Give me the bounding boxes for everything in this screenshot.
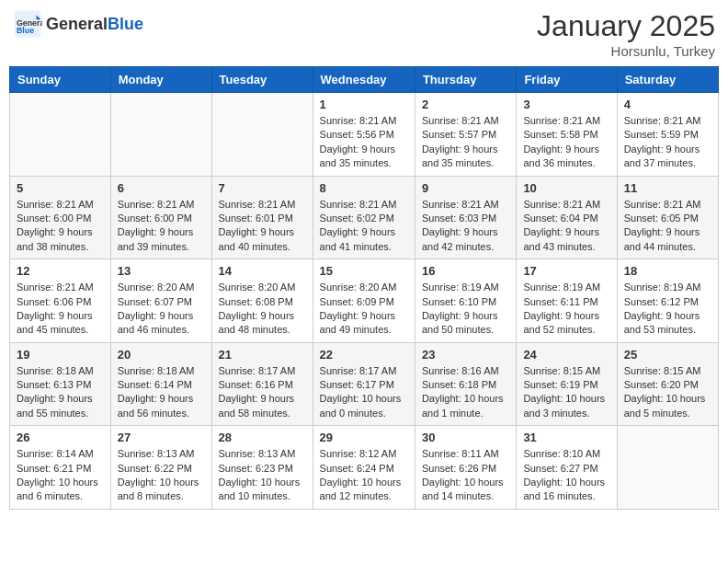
calendar-table: SundayMondayTuesdayWednesdayThursdayFrid… [9, 66, 719, 510]
day-number: 9 [422, 181, 509, 195]
day-number: 18 [624, 264, 711, 278]
day-info: Sunrise: 8:21 AM Sunset: 6:00 PM Dayligh… [118, 198, 205, 255]
day-info: Sunrise: 8:13 AM Sunset: 6:23 PM Dayligh… [219, 447, 306, 504]
day-info: Sunrise: 8:15 AM Sunset: 6:20 PM Dayligh… [624, 364, 711, 421]
day-info: Sunrise: 8:21 AM Sunset: 6:03 PM Dayligh… [422, 198, 509, 255]
calendar-day-16: 16Sunrise: 8:19 AM Sunset: 6:10 PM Dayli… [415, 259, 516, 343]
day-info: Sunrise: 8:10 AM Sunset: 6:27 PM Dayligh… [523, 447, 609, 504]
empty-cell [110, 93, 211, 177]
calendar-day-3: 3Sunrise: 8:21 AM Sunset: 5:58 PM Daylig… [517, 93, 617, 177]
calendar-day-26: 26Sunrise: 8:14 AM Sunset: 6:21 PM Dayli… [10, 426, 111, 510]
weekday-header-thursday: Thursday [415, 67, 516, 93]
calendar-day-11: 11Sunrise: 8:21 AM Sunset: 6:05 PM Dayli… [617, 176, 718, 259]
day-number: 22 [320, 348, 408, 362]
weekday-header-wednesday: Wednesday [313, 67, 415, 93]
day-number: 1 [320, 98, 408, 111]
day-info: Sunrise: 8:21 AM Sunset: 6:05 PM Dayligh… [624, 198, 711, 255]
day-number: 31 [523, 431, 609, 444]
calendar-day-20: 20Sunrise: 8:18 AM Sunset: 6:14 PM Dayli… [110, 342, 211, 426]
day-info: Sunrise: 8:21 AM Sunset: 5:56 PM Dayligh… [320, 114, 408, 171]
logo-blue-text: Blue [108, 15, 143, 33]
calendar-day-31: 31Sunrise: 8:10 AM Sunset: 6:27 PM Dayli… [517, 426, 617, 510]
logo: General Blue GeneralBlue [13, 9, 143, 39]
calendar-day-8: 8Sunrise: 8:21 AM Sunset: 6:02 PM Daylig… [313, 176, 415, 259]
empty-cell [617, 426, 718, 510]
location: Horsunlu, Turkey [537, 43, 715, 59]
page-header: General Blue GeneralBlue January 2025 Ho… [9, 9, 719, 59]
logo-general-text: General [46, 15, 108, 33]
day-info: Sunrise: 8:21 AM Sunset: 5:57 PM Dayligh… [422, 114, 509, 171]
weekday-header-saturday: Saturday [617, 67, 718, 93]
day-number: 29 [320, 431, 408, 444]
day-number: 5 [17, 181, 104, 195]
calendar-day-29: 29Sunrise: 8:12 AM Sunset: 6:24 PM Dayli… [313, 426, 415, 510]
day-number: 8 [320, 181, 408, 195]
day-number: 11 [624, 181, 711, 195]
day-number: 23 [422, 348, 509, 362]
calendar-day-13: 13Sunrise: 8:20 AM Sunset: 6:07 PM Dayli… [110, 259, 211, 343]
day-info: Sunrise: 8:21 AM Sunset: 5:59 PM Dayligh… [624, 114, 711, 171]
calendar-day-19: 19Sunrise: 8:18 AM Sunset: 6:13 PM Dayli… [10, 342, 111, 426]
day-number: 28 [219, 431, 306, 444]
day-info: Sunrise: 8:18 AM Sunset: 6:14 PM Dayligh… [118, 364, 205, 421]
weekday-header-tuesday: Tuesday [211, 67, 313, 93]
weekday-header-friday: Friday [517, 67, 617, 93]
calendar-day-7: 7Sunrise: 8:21 AM Sunset: 6:01 PM Daylig… [211, 176, 313, 259]
day-info: Sunrise: 8:16 AM Sunset: 6:18 PM Dayligh… [422, 364, 509, 421]
svg-text:Blue: Blue [17, 26, 34, 35]
day-info: Sunrise: 8:20 AM Sunset: 6:09 PM Dayligh… [320, 281, 408, 338]
calendar-day-21: 21Sunrise: 8:17 AM Sunset: 6:16 PM Dayli… [211, 342, 313, 426]
empty-cell [10, 93, 111, 177]
day-info: Sunrise: 8:18 AM Sunset: 6:13 PM Dayligh… [17, 364, 104, 421]
calendar-day-22: 22Sunrise: 8:17 AM Sunset: 6:17 PM Dayli… [313, 342, 415, 426]
day-number: 17 [523, 264, 609, 278]
day-number: 4 [624, 98, 711, 111]
day-number: 25 [624, 348, 711, 362]
day-info: Sunrise: 8:21 AM Sunset: 6:01 PM Dayligh… [219, 198, 306, 255]
calendar-day-24: 24Sunrise: 8:15 AM Sunset: 6:19 PM Dayli… [517, 342, 617, 426]
calendar-day-6: 6Sunrise: 8:21 AM Sunset: 6:00 PM Daylig… [110, 176, 211, 259]
calendar-day-1: 1Sunrise: 8:21 AM Sunset: 5:56 PM Daylig… [313, 93, 415, 177]
day-number: 7 [219, 181, 306, 195]
calendar-week-2: 5Sunrise: 8:21 AM Sunset: 6:00 PM Daylig… [10, 176, 719, 259]
day-info: Sunrise: 8:21 AM Sunset: 6:04 PM Dayligh… [523, 198, 609, 255]
day-number: 21 [219, 348, 306, 362]
calendar-day-15: 15Sunrise: 8:20 AM Sunset: 6:09 PM Dayli… [313, 259, 415, 343]
day-info: Sunrise: 8:17 AM Sunset: 6:17 PM Dayligh… [320, 364, 408, 421]
day-info: Sunrise: 8:20 AM Sunset: 6:07 PM Dayligh… [118, 281, 205, 338]
weekday-header-sunday: Sunday [10, 67, 111, 93]
calendar-week-1: 1Sunrise: 8:21 AM Sunset: 5:56 PM Daylig… [10, 93, 719, 177]
day-info: Sunrise: 8:12 AM Sunset: 6:24 PM Dayligh… [320, 447, 408, 504]
calendar-day-12: 12Sunrise: 8:21 AM Sunset: 6:06 PM Dayli… [10, 259, 111, 343]
calendar-week-5: 26Sunrise: 8:14 AM Sunset: 6:21 PM Dayli… [10, 426, 719, 510]
day-number: 30 [422, 431, 509, 444]
calendar-day-2: 2Sunrise: 8:21 AM Sunset: 5:57 PM Daylig… [415, 93, 516, 177]
day-number: 26 [17, 431, 104, 444]
day-info: Sunrise: 8:19 AM Sunset: 6:11 PM Dayligh… [523, 281, 609, 338]
day-number: 16 [422, 264, 509, 278]
calendar-day-10: 10Sunrise: 8:21 AM Sunset: 6:04 PM Dayli… [517, 176, 617, 259]
day-info: Sunrise: 8:21 AM Sunset: 5:58 PM Dayligh… [523, 114, 609, 171]
day-info: Sunrise: 8:19 AM Sunset: 6:10 PM Dayligh… [422, 281, 509, 338]
calendar-week-3: 12Sunrise: 8:21 AM Sunset: 6:06 PM Dayli… [10, 259, 719, 343]
day-number: 2 [422, 98, 509, 111]
day-info: Sunrise: 8:20 AM Sunset: 6:08 PM Dayligh… [219, 281, 306, 338]
day-number: 15 [320, 264, 408, 278]
day-info: Sunrise: 8:13 AM Sunset: 6:22 PM Dayligh… [118, 447, 205, 504]
title-block: January 2025 Horsunlu, Turkey [537, 9, 715, 59]
calendar-day-23: 23Sunrise: 8:16 AM Sunset: 6:18 PM Dayli… [415, 342, 516, 426]
day-info: Sunrise: 8:17 AM Sunset: 6:16 PM Dayligh… [219, 364, 306, 421]
day-number: 24 [523, 348, 609, 362]
empty-cell [211, 93, 313, 177]
day-info: Sunrise: 8:11 AM Sunset: 6:26 PM Dayligh… [422, 447, 509, 504]
day-info: Sunrise: 8:21 AM Sunset: 6:00 PM Dayligh… [17, 198, 104, 255]
day-info: Sunrise: 8:21 AM Sunset: 6:06 PM Dayligh… [17, 281, 104, 338]
calendar-day-30: 30Sunrise: 8:11 AM Sunset: 6:26 PM Dayli… [415, 426, 516, 510]
calendar-day-28: 28Sunrise: 8:13 AM Sunset: 6:23 PM Dayli… [211, 426, 313, 510]
day-number: 13 [118, 264, 205, 278]
day-number: 6 [118, 181, 205, 195]
calendar-day-27: 27Sunrise: 8:13 AM Sunset: 6:22 PM Dayli… [110, 426, 211, 510]
day-number: 10 [523, 181, 609, 195]
day-info: Sunrise: 8:19 AM Sunset: 6:12 PM Dayligh… [624, 281, 711, 338]
calendar-day-5: 5Sunrise: 8:21 AM Sunset: 6:00 PM Daylig… [10, 176, 111, 259]
